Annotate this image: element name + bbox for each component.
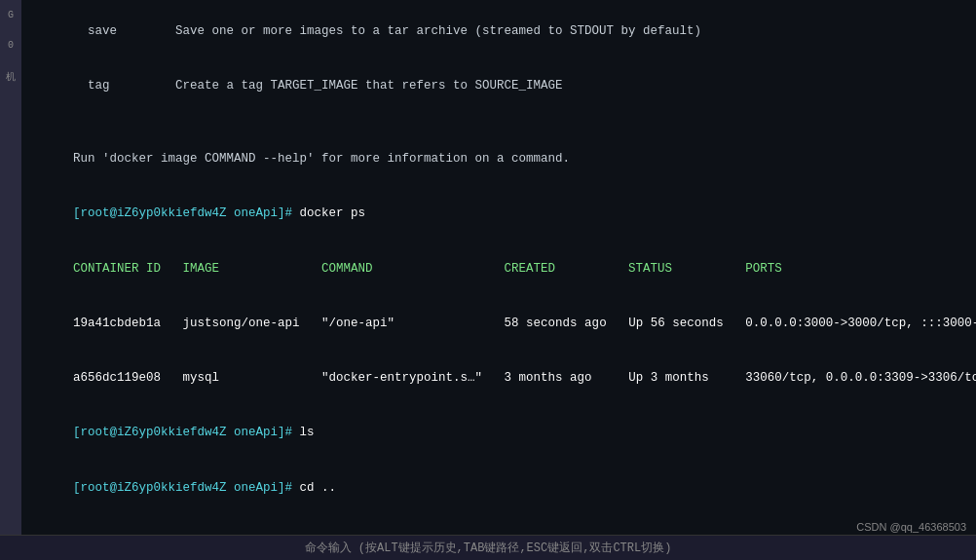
cmd-2: ls [300, 426, 315, 439]
docker-header-text: CONTAINER ID IMAGE COMMAND CREATED STATU… [73, 262, 976, 276]
line-docker-row1: 19a41cbdeb1a justsong/one-api "/one-api"… [29, 296, 968, 351]
image-1: justsong/one-api [183, 317, 322, 330]
prompt-1: [root@iZ6yp0kkiefdw4Z oneApi]# [73, 206, 300, 220]
status-bar: 命令输入 (按ALT键提示历史,TAB键路径,ESC键返回,双击CTRL切换) … [0, 535, 976, 560]
run-help-text: Run 'docker image COMMAND --help' for mo… [73, 152, 570, 166]
line-ls-oneapi-cmd: [root@iZ6yp0kkiefdw4Z oneApi]# ls [29, 406, 968, 461]
line-docker-row2: a656dc119e08 mysql "docker-entrypoint.s…… [29, 351, 968, 405]
image-2: mysql [183, 371, 322, 385]
prompt-2: [root@iZ6yp0kkiefdw4Z oneApi]# [73, 426, 300, 439]
line-blank1 [29, 114, 968, 132]
terminal-body[interactable]: save Save one or more images to a tar ar… [21, 0, 976, 535]
cmd-1: docker ps [300, 206, 366, 220]
cmd-docker-2: "docker-entrypoint.s…" [321, 371, 505, 385]
line-ls-root-cmd: [root@iZ6yp0kkiefdw4Z /]# ls [29, 515, 968, 535]
save-text: save Save one or more images to a tar ar… [73, 24, 701, 38]
ports-1: 0.0.0.0:3000->3000/tcp, :::3000->3000/tc… [745, 317, 976, 330]
sidebar-icon-1[interactable]: G [8, 10, 14, 20]
status-bar-text: 命令输入 (按ALT键提示历史,TAB键路径,ESC键返回,双击CTRL切换) [305, 541, 672, 555]
cmd-docker-1: "/one-api" [321, 317, 505, 330]
line-save: save Save one or more images to a tar ar… [29, 4, 968, 58]
line-docker-header: CONTAINER ID IMAGE COMMAND CREATED STATU… [29, 242, 968, 296]
tag-text: tag Create a tag TARGET_IMAGE that refer… [73, 79, 563, 93]
line-cd-dotdot-cmd: [root@iZ6yp0kkiefdw4Z oneApi]# cd .. [29, 461, 968, 515]
terminal-container: G 0 机 save Save one or more images to a … [0, 0, 976, 535]
created-1: 58 seconds ago [505, 317, 629, 330]
csdn-watermark: CSDN @qq_46368503 [856, 521, 966, 533]
cid-1: 19a41cbdeb1a [73, 317, 183, 330]
sidebar: G 0 机 [0, 0, 21, 535]
prompt-3: [root@iZ6yp0kkiefdw4Z oneApi]# [73, 481, 300, 495]
sidebar-icon-2[interactable]: 0 [8, 40, 14, 51]
status-1: Up 56 seconds [628, 317, 745, 330]
line-tag: tag Create a tag TARGET_IMAGE that refer… [29, 58, 968, 113]
sidebar-icon-3[interactable]: 机 [6, 70, 16, 84]
status-2: Up 3 months [628, 371, 745, 385]
ports-2: 33060/tcp, 0.0.0.0:3309->3306/tcp, :::33… [745, 371, 976, 385]
cid-2: a656dc119e08 [73, 371, 183, 385]
created-2: 3 months ago [505, 371, 629, 385]
cmd-3: cd .. [300, 481, 337, 495]
line-run-help: Run 'docker image COMMAND --help' for mo… [29, 131, 968, 186]
line-docker-ps-cmd: [root@iZ6yp0kkiefdw4Z oneApi]# docker ps [29, 187, 968, 242]
